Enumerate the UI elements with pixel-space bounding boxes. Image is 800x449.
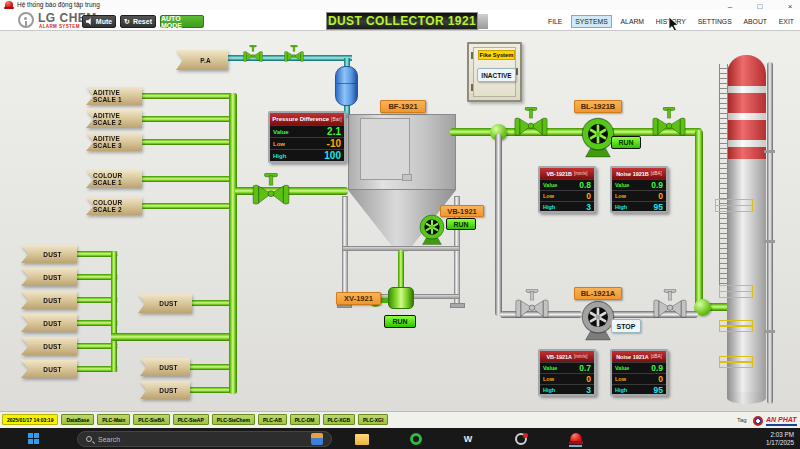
pipe-flange — [764, 330, 775, 333]
database-button[interactable]: DataBase — [61, 414, 94, 425]
chimney-platform — [715, 199, 753, 212]
plc-sieba-button[interactable]: PLC-SieBA — [133, 414, 169, 425]
dust-collector-pipe — [111, 251, 117, 372]
xv-1921-status[interactable]: RUN — [384, 315, 416, 328]
anphat-logo-icon — [753, 416, 763, 426]
tag-pa: P.A — [176, 50, 228, 70]
clock-time: 2:03 PM — [766, 431, 794, 439]
mouse-cursor — [668, 16, 680, 32]
tag-dust: DUST — [140, 381, 190, 399]
lg-logo-icon — [18, 12, 34, 28]
tag-dust: DUST — [140, 358, 190, 376]
tag-colour-1: COLOUR SCALE 1 — [86, 170, 142, 188]
air-valve-2[interactable] — [284, 45, 304, 62]
tag-dust: DUST — [21, 337, 77, 355]
search-icon — [86, 436, 92, 442]
tag-aditive-2: ADITIVE SCALE 2 — [86, 110, 142, 128]
plc-main-button[interactable]: PLC-Main — [97, 414, 130, 425]
plc-om-button[interactable]: PLC-OM — [290, 414, 320, 425]
speaker-mute-icon — [86, 18, 93, 25]
noise-1921a-panel: Noise 1921A[dBA] Value0.9 Low0 High95 — [610, 349, 668, 396]
fike-system-cabinet: Fike System INACTIVE — [467, 42, 522, 102]
bf-1921-label: BF-1921 — [380, 100, 426, 113]
chimney-ladder — [719, 64, 728, 288]
green-app-icon[interactable] — [408, 431, 424, 447]
fike-status-button[interactable]: INACTIVE — [477, 68, 516, 82]
anphat-brand: AN PHAT — [766, 416, 797, 426]
brand-subtitle: ALARM SYSTEM — [39, 24, 80, 29]
tag-dust: DUST — [21, 245, 77, 263]
chimney-base — [727, 392, 766, 404]
dial-app-icon[interactable] — [513, 431, 529, 447]
menu-about[interactable]: ABOUT — [741, 16, 770, 27]
chimney-band — [727, 120, 766, 140]
chimney-band — [727, 113, 766, 120]
fike-system-label: Fike System — [478, 50, 515, 60]
bl-1921a-status[interactable]: STOP — [611, 319, 641, 333]
tag-dust: DUST — [21, 360, 77, 378]
auto-mode-button[interactable]: AUTO MODE — [160, 15, 204, 28]
tag-aditive-3: ADITIVE SCALE 3 — [86, 133, 142, 151]
pipe-flange — [764, 240, 775, 243]
bl-a-outlet-valve[interactable] — [653, 289, 687, 318]
mute-button[interactable]: Mute — [82, 15, 116, 28]
start-button-icon[interactable] — [28, 433, 40, 445]
page-title: DUST COLLECTOR 1921 — [326, 12, 478, 30]
chimney-platform — [719, 356, 753, 368]
vb-1921-status[interactable]: RUN — [446, 218, 476, 230]
clock-date: 1/17/2025 — [766, 439, 794, 447]
pipe — [140, 93, 237, 99]
standby-pipe-down — [495, 134, 502, 316]
window-title: Hệ thống báo động tập trung — [17, 1, 100, 8]
main-collector-pipe — [229, 93, 237, 394]
pipe — [140, 116, 237, 122]
alarm-app-icon — [4, 1, 14, 9]
pipe-flange — [764, 150, 775, 153]
bl-1921a-label: BL-1921A — [574, 287, 622, 300]
chimney-platform — [719, 285, 753, 298]
plc-xgi-button[interactable]: PLC-XGI — [358, 414, 388, 425]
chimney-platform — [719, 320, 753, 332]
bl-b-outlet-valve[interactable] — [652, 107, 686, 136]
plc-siechem-button[interactable]: PLC-SieChem — [212, 414, 255, 425]
file-explorer-icon[interactable] — [354, 431, 370, 447]
air-receiver-tank — [335, 66, 358, 106]
xv-1921-valve[interactable] — [388, 287, 414, 309]
menu-exit[interactable]: EXIT — [776, 16, 797, 27]
bf-leg-left — [342, 196, 348, 306]
taskbar-search[interactable]: Search — [77, 431, 332, 447]
chimney-side-pipe — [767, 62, 773, 404]
pressure-difference-panel: Pressure Difference[Bar] Value2.1 Low-10… — [268, 111, 346, 163]
menu-systems[interactable]: SYSTEMS — [571, 15, 611, 28]
search-highlight-icon — [311, 433, 323, 445]
menu-settings[interactable]: SETTINGS — [695, 16, 735, 27]
chimney-dome — [727, 55, 766, 86]
title-cap — [478, 14, 488, 29]
air-valve-1[interactable] — [243, 45, 263, 62]
plc-sieap-button[interactable]: PLC-SieAP — [173, 414, 209, 425]
dust-trunk-pipe — [111, 333, 237, 341]
tag-label: Tag — [737, 417, 747, 423]
chimney-band — [727, 147, 766, 159]
bl-b-inlet-valve[interactable] — [514, 107, 548, 136]
pipe — [140, 203, 237, 209]
tag-dust: DUST — [21, 268, 77, 286]
bf-foot — [450, 303, 465, 308]
plc-xgb-button[interactable]: PLC-XGB — [323, 414, 356, 425]
chimney-band — [727, 86, 766, 93]
plc-ab-button[interactable]: PLC-AB — [258, 414, 287, 425]
chimney-band — [727, 140, 766, 147]
process-valve[interactable] — [251, 173, 291, 205]
w-app-icon[interactable]: W — [460, 431, 476, 447]
bl-1921b-status[interactable]: RUN — [611, 136, 641, 149]
tag-dust: DUST — [21, 291, 77, 309]
window-titlebar: Hệ thống báo động tập trung – □ × — [0, 0, 800, 10]
reset-button[interactable]: ↻Reset — [120, 15, 156, 28]
scada-timestamp: 2025/01/17 14:03:19 — [2, 414, 58, 425]
bl-1921b-label: BL-1921B — [574, 100, 622, 113]
alarm-app-taskbar-icon[interactable] — [567, 431, 583, 447]
menu-alarm[interactable]: ALARM — [618, 16, 647, 27]
taskbar-clock[interactable]: 2:03 PM 1/17/2025 — [766, 431, 794, 447]
menu-file[interactable]: FILE — [545, 16, 565, 27]
bl-a-inlet-valve[interactable] — [515, 289, 549, 318]
